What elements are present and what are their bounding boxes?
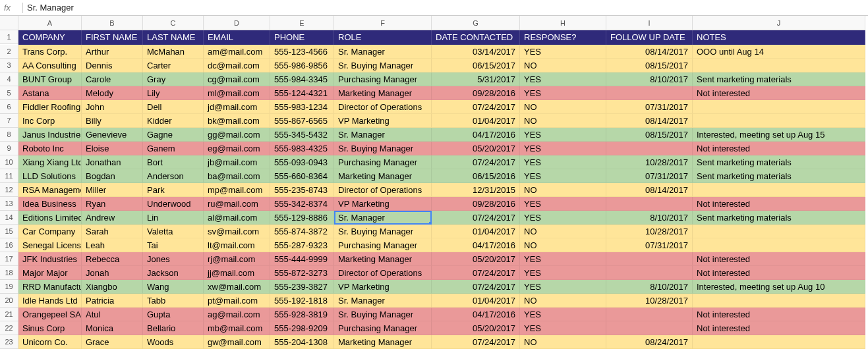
cell-contacted[interactable]: 09/28/2016 — [432, 197, 520, 211]
cell-first[interactable]: Andrew — [82, 211, 143, 225]
cell-email[interactable]: ml@mail.com — [204, 86, 270, 100]
cell-email[interactable]: rj@mail.com — [204, 252, 270, 266]
cell-follow[interactable]: 8/10/2017 — [606, 72, 693, 86]
column-header-B[interactable]: B — [82, 16, 143, 30]
cell-role[interactable]: Sr. Manager — [334, 128, 432, 142]
cell-response[interactable]: NO — [520, 225, 606, 238]
cell-follow[interactable]: 07/31/2017 — [606, 238, 693, 252]
cell-company[interactable]: Janus Industries — [18, 128, 82, 142]
cell-last[interactable]: Gupta — [143, 308, 204, 321]
cell-phone[interactable]: 555-287-9323 — [270, 238, 334, 252]
column-header-I[interactable]: I — [606, 16, 693, 30]
column-header-G[interactable]: G — [432, 16, 520, 30]
cell-role[interactable]: Purchasing Manager — [334, 155, 432, 169]
cell-follow[interactable] — [606, 321, 693, 335]
cell-notes[interactable] — [693, 183, 865, 197]
spreadsheet-grid[interactable]: ABCDEFGHIJ1COMPANYFIRST NAMELAST NAMEEMA… — [0, 16, 868, 349]
cell-contacted[interactable]: 03/14/2017 — [432, 45, 520, 59]
cell-last[interactable]: Anderson — [143, 169, 204, 183]
cell-last[interactable]: Woods — [143, 335, 204, 349]
cell-notes[interactable] — [693, 335, 865, 349]
cell-role[interactable]: Marketing Manager — [334, 252, 432, 266]
cell-follow[interactable]: 10/28/2017 — [606, 225, 693, 238]
cell-first[interactable]: Leah — [82, 238, 143, 252]
cell-phone[interactable]: 555-928-3819 — [270, 308, 334, 321]
cell-last[interactable]: Wang — [143, 280, 204, 294]
cell-role[interactable]: VP Marketing — [334, 280, 432, 294]
cell-role[interactable]: Sr. Manager — [334, 294, 432, 308]
cell-response[interactable]: YES — [520, 211, 606, 225]
cell-role[interactable]: Director of Operations — [334, 183, 432, 197]
cell-phone[interactable]: 555-660-8364 — [270, 169, 334, 183]
row-header-6[interactable]: 6 — [0, 100, 18, 114]
cell-notes[interactable]: Sent marketing materials — [693, 211, 865, 225]
row-header-22[interactable]: 22 — [0, 321, 18, 335]
cell-contacted[interactable]: 04/17/2016 — [432, 308, 520, 321]
cell-contacted[interactable]: 07/24/2017 — [432, 155, 520, 169]
cell-phone[interactable]: 555-986-9856 — [270, 59, 334, 72]
cell-company[interactable]: Editions Limited — [18, 211, 82, 225]
cell-company[interactable]: BUNT Group — [18, 72, 82, 86]
cell-email[interactable]: ru@mail.com — [204, 197, 270, 211]
cell-role[interactable]: Director of Operations — [334, 100, 432, 114]
cell-response[interactable]: YES — [520, 308, 606, 321]
cell-contacted[interactable]: 12/31/2015 — [432, 183, 520, 197]
row-header-1[interactable]: 1 — [0, 30, 18, 44]
cell-role[interactable]: Sr. Buying Manager — [334, 225, 432, 238]
row-header-5[interactable]: 5 — [0, 86, 18, 100]
cell-company[interactable]: Fiddler Roofing — [18, 100, 82, 114]
cell-contacted[interactable]: 09/28/2016 — [432, 86, 520, 100]
cell-role[interactable]: Purchasing Manager — [334, 238, 432, 252]
cell-response[interactable]: NO — [520, 183, 606, 197]
cell-phone[interactable]: 555-872-3273 — [270, 266, 334, 280]
cell-role[interactable]: Marketing Manager — [334, 335, 432, 349]
row-header-7[interactable]: 7 — [0, 114, 18, 128]
cell-company[interactable]: Trans Corp. — [18, 45, 82, 59]
cell-response[interactable]: YES — [520, 321, 606, 335]
header-cell-contacted[interactable]: DATE CONTACTED — [432, 30, 520, 45]
cell-follow[interactable]: 08/14/2017 — [606, 183, 693, 197]
cell-first[interactable]: Carole — [82, 72, 143, 86]
cell-last[interactable]: Bellario — [143, 321, 204, 335]
cell-notes[interactable]: Not interested — [693, 142, 865, 155]
cell-phone[interactable]: 555-239-3827 — [270, 280, 334, 294]
cell-company[interactable]: Sinus Corp — [18, 321, 82, 335]
cell-contacted[interactable]: 05/20/2017 — [432, 321, 520, 335]
cell-company[interactable]: RRD Manufacturing — [18, 280, 82, 294]
cell-phone[interactable]: 555-345-5432 — [270, 128, 334, 142]
row-header-15[interactable]: 15 — [0, 225, 18, 238]
cell-response[interactable]: YES — [520, 128, 606, 142]
cell-phone[interactable]: 555-874-3872 — [270, 225, 334, 238]
cell-notes[interactable]: Not interested — [693, 308, 865, 321]
cell-contacted[interactable]: 04/17/2016 — [432, 238, 520, 252]
cell-first[interactable]: Rebecca — [82, 252, 143, 266]
cell-email[interactable]: lt@mail.com — [204, 238, 270, 252]
cell-company[interactable]: Idea Business — [18, 197, 82, 211]
cell-notes[interactable]: Sent marketing materials — [693, 72, 865, 86]
cell-last[interactable]: Dell — [143, 100, 204, 114]
cell-email[interactable]: dc@mail.com — [204, 59, 270, 72]
cell-role[interactable]: Sr. Buying Manager — [334, 308, 432, 321]
row-header-18[interactable]: 18 — [0, 266, 18, 280]
row-header-21[interactable]: 21 — [0, 308, 18, 321]
cell-response[interactable]: NO — [520, 294, 606, 308]
cell-company[interactable]: LLD Solutions — [18, 169, 82, 183]
cell-first[interactable]: Ryan — [82, 197, 143, 211]
cell-notes[interactable] — [693, 100, 865, 114]
row-header-3[interactable]: 3 — [0, 59, 18, 72]
cell-follow[interactable]: 08/15/2017 — [606, 59, 693, 72]
cell-first[interactable]: Grace — [82, 335, 143, 349]
cell-contacted[interactable]: 01/04/2017 — [432, 294, 520, 308]
cell-notes[interactable] — [693, 238, 865, 252]
header-cell-first[interactable]: FIRST NAME — [82, 30, 143, 45]
cell-first[interactable]: Xiangbo — [82, 280, 143, 294]
row-header-12[interactable]: 12 — [0, 183, 18, 197]
select-all-corner[interactable] — [0, 16, 18, 30]
cell-last[interactable]: Park — [143, 183, 204, 197]
cell-response[interactable]: YES — [520, 280, 606, 294]
cell-email[interactable]: jb@mail.com — [204, 155, 270, 169]
cell-email[interactable]: mb@mail.com — [204, 321, 270, 335]
cell-notes[interactable]: OOO until Aug 14 — [693, 45, 865, 59]
cell-role[interactable]: VP Marketing — [334, 197, 432, 211]
cell-notes[interactable]: Not interested — [693, 197, 865, 211]
